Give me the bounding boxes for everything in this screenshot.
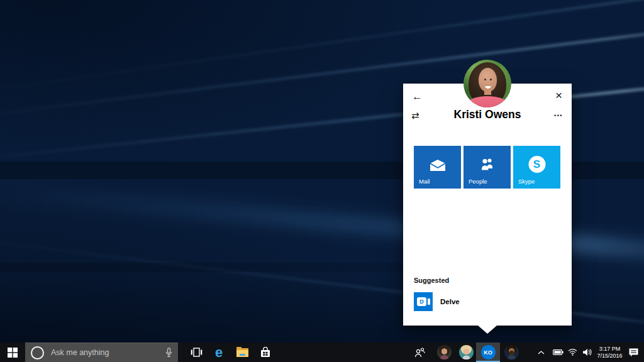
my-people-button[interactable]: [409, 343, 431, 362]
contact-name: Kristi Owens: [403, 108, 572, 121]
more-options-icon[interactable]: •••: [554, 113, 563, 119]
delve-icon: D: [414, 292, 433, 311]
file-explorer-icon: [236, 348, 248, 357]
suggested-app-row[interactable]: D Delve: [414, 292, 460, 311]
people-bar-icon: [414, 347, 426, 358]
speaker-icon: [582, 348, 592, 356]
close-icon[interactable]: ×: [555, 89, 562, 101]
cortana-search-box[interactable]: [25, 343, 178, 362]
contact-avatar: [459, 345, 474, 359]
tile-label: Skype: [518, 178, 535, 185]
search-input[interactable]: [50, 348, 165, 358]
pinned-contact-2[interactable]: [456, 343, 476, 362]
volume-tray-button[interactable]: [579, 343, 596, 362]
date: 7/15/2016: [597, 353, 622, 359]
avatar-eye: [484, 79, 486, 80]
microphone-icon[interactable]: [165, 348, 172, 358]
avatar-neck: [484, 89, 491, 95]
skype-icon: S: [528, 156, 545, 173]
contact-photo: [464, 60, 511, 107]
file-explorer-button[interactable]: [230, 343, 254, 362]
show-hidden-icons-button[interactable]: [533, 343, 548, 362]
flyout-pointer: [478, 326, 497, 334]
battery-tray-button[interactable]: [550, 343, 566, 362]
windows-logo-icon: [8, 348, 18, 358]
pinned-contact-3[interactable]: [501, 343, 521, 362]
edge-browser-button[interactable]: e: [208, 343, 230, 362]
pinned-contact-kristi-owens-active[interactable]: KO: [476, 343, 500, 362]
time: 3:17 PM: [599, 346, 621, 353]
chevron-up-icon: [538, 351, 545, 354]
contact-avatar: [504, 345, 519, 359]
network-tray-button[interactable]: [565, 343, 580, 362]
app-tiles: Mail People S Skype: [414, 146, 560, 189]
task-view-icon: [191, 348, 203, 357]
skype-tile[interactable]: S Skype: [513, 146, 560, 189]
skype-letter: S: [533, 158, 540, 171]
my-people-flyout: ← × Kristi Owens ⇄ ••• Mail People S Sky…: [403, 84, 572, 326]
contact-initials-badge: KO: [481, 345, 496, 359]
people-tile[interactable]: People: [464, 146, 511, 189]
clock[interactable]: 3:17 PM 7/15/2016: [596, 343, 624, 362]
mail-tile[interactable]: Mail: [414, 146, 461, 189]
store-bag-icon: [260, 347, 271, 358]
switch-contact-icon[interactable]: ⇄: [411, 111, 419, 120]
pinned-contact-1[interactable]: [434, 343, 454, 362]
tile-label: Mail: [419, 178, 430, 185]
suggested-app-label: Delve: [440, 298, 460, 305]
light-beam: [0, 0, 644, 96]
tile-label: People: [469, 178, 487, 185]
delve-icon-accent: [428, 299, 430, 305]
contact-initials: KO: [484, 349, 492, 356]
cortana-icon: [31, 346, 44, 359]
store-button[interactable]: [254, 343, 277, 362]
contact-avatar: [437, 345, 452, 359]
people-silhouettes-icon: [480, 157, 495, 172]
start-button[interactable]: [0, 343, 25, 362]
delve-letter: D: [417, 297, 426, 306]
avatar-eye: [490, 79, 492, 80]
action-center-icon: [628, 348, 639, 358]
mail-envelope-icon: [430, 159, 446, 172]
edge-icon: e: [215, 344, 223, 361]
task-view-button[interactable]: [185, 343, 208, 362]
action-center-button[interactable]: [624, 343, 643, 362]
taskbar: e KO: [0, 343, 644, 362]
back-icon[interactable]: ←: [412, 91, 423, 102]
folder-slot: [240, 354, 245, 356]
suggested-header: Suggested: [414, 277, 449, 284]
wifi-icon: [568, 349, 577, 356]
battery-icon: [553, 349, 564, 355]
